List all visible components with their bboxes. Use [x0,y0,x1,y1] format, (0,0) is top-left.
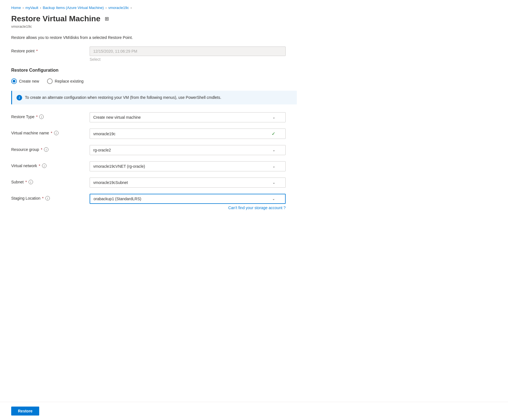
vm-name-required: * [51,131,52,135]
page-description: Restore allows you to restore VM/disks f… [11,35,297,40]
virtual-network-chevron: ⌄ [272,164,275,168]
restore-point-row: Restore point * 12/15/2020, 11:06:29 PM … [11,46,297,62]
bottom-bar: Restore [0,402,508,420]
breadcrumb-current: vmoracle19c [108,6,129,10]
staging-location-value: orabackup1 (StandardLRS) [94,197,141,201]
staging-location-dropdown-wrapper: orabackup1 (StandardLRS) ⌄ [90,194,286,204]
restore-type-control: Create new virtual machine ⌄ [90,112,286,122]
resource-group-row: Resource group * i rg-oracle2 ⌄ [11,145,297,155]
restore-type-dropdown-wrapper: Create new virtual machine ⌄ [90,112,286,122]
restore-point-control: 12/15/2020, 11:06:29 PM Select [90,46,286,62]
radio-create-new-circle[interactable] [11,78,17,84]
restore-type-chevron: ⌄ [272,115,275,119]
vm-name-label: Virtual machine name * i [11,129,90,135]
resource-group-label: Resource group * i [11,145,90,152]
staging-location-required: * [42,196,43,200]
resource-group-value: rg-oracle2 [93,148,111,152]
vm-name-row: Virtual machine name * i vmoracle19c ✓ [11,129,297,139]
storage-account-link[interactable]: Can't find your storage account ? [90,206,286,210]
staging-location-chevron: ⌄ [272,197,275,201]
restore-type-label: Restore Type * i [11,112,90,119]
subnet-info-icon[interactable]: i [29,180,33,184]
page-subtitle: vmoracle19c [11,24,297,29]
resource-group-info-icon[interactable]: i [44,147,48,152]
resource-group-control: rg-oracle2 ⌄ [90,145,286,155]
subnet-required: * [25,180,27,184]
vm-name-input[interactable]: vmoracle19c ✓ [90,129,286,139]
staging-location-label: Staging Location * i [11,194,90,200]
restore-point-value: 12/15/2020, 11:06:29 PM [93,49,282,53]
virtual-network-info-icon[interactable]: i [42,164,46,168]
vm-name-checkmark: ✓ [272,131,275,136]
virtual-network-label: Virtual network * i [11,161,90,168]
breadcrumb-backup-items[interactable]: Backup Items (Azure Virtual Machine) [43,6,104,10]
breadcrumb-sep-1: › [23,6,24,10]
breadcrumb-sep-3: › [106,6,107,10]
virtual-network-dropdown-wrapper: vmoracle19cVNET (rg-oracle) ⌄ [90,161,286,171]
virtual-network-control: vmoracle19cVNET (rg-oracle) ⌄ [90,161,286,171]
print-icon[interactable]: ⊞ [104,15,110,23]
radio-create-new[interactable]: Create new [11,78,39,84]
breadcrumb: Home › myVault › Backup Items (Azure Vir… [11,6,297,10]
staging-location-control: orabackup1 (StandardLRS) ⌄ Can't find yo… [90,194,286,210]
radio-create-new-inner [13,80,15,83]
virtual-network-required: * [39,164,40,168]
staging-location-dropdown[interactable]: orabackup1 (StandardLRS) ⌄ [90,194,286,204]
vm-name-info-icon[interactable]: i [54,131,59,135]
subnet-dropdown[interactable]: vmoracle19cSubnet ⌄ [90,178,286,188]
virtual-network-value: vmoracle19cVNET (rg-oracle) [93,164,145,169]
virtual-network-dropdown[interactable]: vmoracle19cVNET (rg-oracle) ⌄ [90,161,286,171]
breadcrumb-myvault[interactable]: myVault [25,6,38,10]
restore-type-row: Restore Type * i Create new virtual mach… [11,112,297,122]
breadcrumb-home[interactable]: Home [11,6,21,10]
resource-group-dropdown[interactable]: rg-oracle2 ⌄ [90,145,286,155]
restore-type-value: Create new virtual machine [93,115,141,120]
radio-replace-existing-label: Replace existing [55,79,84,83]
info-banner-text: To create an alternate configuration whe… [25,95,221,101]
virtual-network-row: Virtual network * i vmoracle19cVNET (rg-… [11,161,297,171]
breadcrumb-sep-2: › [40,6,41,10]
page-title-row: Restore Virtual Machine ⊞ [11,14,297,23]
page-title: Restore Virtual Machine [11,14,100,23]
subnet-control: vmoracle19cSubnet ⌄ [90,178,286,188]
resource-group-required: * [41,147,42,152]
radio-replace-existing-circle[interactable] [47,78,53,84]
subnet-label: Subnet * i [11,178,90,184]
restore-button[interactable]: Restore [11,407,39,416]
restore-point-select-link[interactable]: Select [90,57,286,62]
info-banner-icon: i [17,95,22,101]
restore-point-required: * [36,49,38,53]
restore-type-required: * [36,115,38,119]
radio-create-new-label: Create new [19,79,39,83]
subnet-dropdown-wrapper: vmoracle19cSubnet ⌄ [90,178,286,188]
restore-config-heading: Restore Configuration [11,68,297,73]
subnet-row: Subnet * i vmoracle19cSubnet ⌄ [11,178,297,188]
radio-replace-existing[interactable]: Replace existing [47,78,84,84]
info-banner: i To create an alternate configuration w… [11,91,297,104]
staging-location-info-icon[interactable]: i [45,196,50,200]
restore-point-label: Restore point * [11,46,90,53]
vm-name-value: vmoracle19c [93,132,115,136]
breadcrumb-sep-4: › [131,6,132,10]
restore-point-container[interactable]: 12/15/2020, 11:06:29 PM [90,46,286,56]
vm-name-control: vmoracle19c ✓ [90,129,286,139]
subnet-chevron: ⌄ [272,181,275,185]
restore-type-radio-group: Create new Replace existing [11,78,297,84]
resource-group-dropdown-wrapper: rg-oracle2 ⌄ [90,145,286,155]
restore-type-info-icon[interactable]: i [39,115,44,119]
resource-group-chevron: ⌄ [272,148,275,152]
staging-location-row: Staging Location * i orabackup1 (Standar… [11,194,297,210]
subnet-value: vmoracle19cSubnet [93,180,128,185]
restore-type-dropdown[interactable]: Create new virtual machine ⌄ [90,112,286,122]
